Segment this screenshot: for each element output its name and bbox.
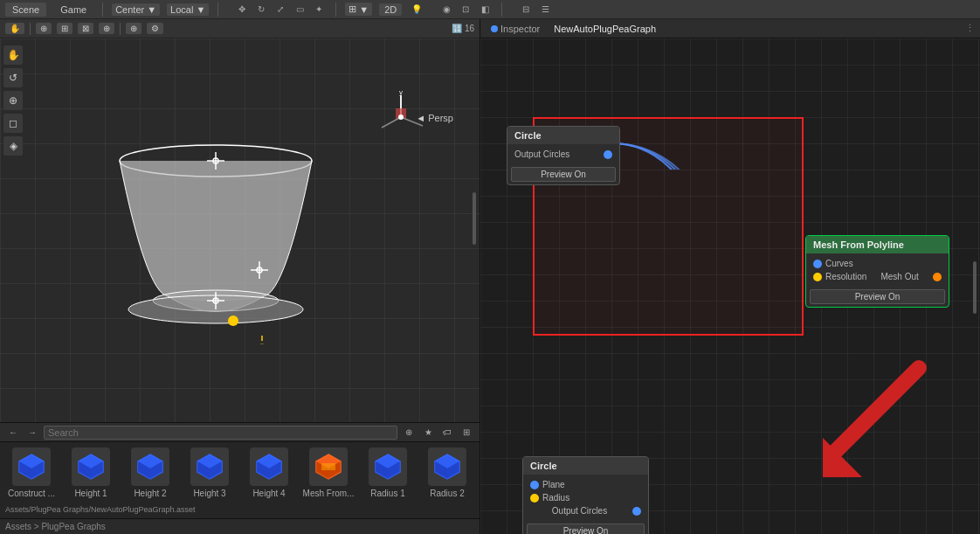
scene-tab[interactable]: Scene (5, 3, 46, 17)
asset-label: Height 2 (134, 489, 166, 498)
plane-row: Plane (530, 478, 641, 491)
fly-tool-icon[interactable]: ◈ (3, 136, 23, 156)
asset-grid-icon[interactable]: ⊞ (459, 425, 474, 440)
output-circles-bottom-port[interactable] (632, 507, 641, 516)
inspector-dot (491, 25, 498, 32)
hand-tool-icon[interactable]: ✋ (3, 45, 23, 65)
output-circles-port[interactable] (604, 150, 612, 159)
resolution-row: Resolution Mesh Out (813, 270, 942, 283)
snap-tool4[interactable]: ⊕ (99, 23, 114, 34)
transform-icons: ✥ ↻ ⤢ ▭ ✦ (234, 2, 327, 17)
asset-item[interactable]: Height 4 (243, 447, 295, 498)
game-tab[interactable]: Game (53, 3, 93, 17)
render-icon2[interactable]: ⊡ (458, 2, 473, 17)
curves-port[interactable] (813, 260, 822, 268)
rotate-icon[interactable]: ↻ (253, 2, 269, 17)
render-icons: ◉ ⊡ ◧ (438, 2, 493, 17)
asset-label: Height 1 (74, 489, 107, 498)
asset-search-input[interactable] (44, 426, 397, 440)
asset-label: Radius 1 (370, 489, 404, 498)
snap-tool3[interactable]: ⊠ (78, 23, 93, 34)
output-circles-row: Output Circles (514, 148, 612, 161)
select-tool-icon[interactable]: ◻ (3, 114, 23, 133)
center-dropdown[interactable]: Center ▼ (112, 3, 160, 16)
layer-count: 🔢 16 (452, 24, 474, 33)
asset-tag-icon[interactable]: 🏷 (439, 425, 455, 440)
circle-top-node[interactable]: Circle Output Circles Preview On (507, 126, 620, 185)
asset-label: Height 4 (252, 489, 285, 498)
asset-item[interactable]: Height 1 (65, 447, 117, 498)
asset-star-icon[interactable]: ★ (420, 425, 436, 440)
asset-icon (131, 447, 169, 486)
asset-item[interactable]: Construct ... (5, 447, 58, 498)
asset-icon (250, 447, 288, 486)
local-dropdown[interactable]: Local ▼ (167, 3, 209, 16)
circle-top-body: Output Circles (507, 144, 619, 164)
circle-bottom-node[interactable]: Circle Plane Radius Output Circles (522, 456, 649, 534)
3d-object (93, 117, 338, 344)
asset-item[interactable]: Radius 2 (421, 447, 473, 498)
breadcrumb-bar: Assets > PlugPea Graphs (0, 518, 480, 534)
asset-label: Construct ... (8, 489, 55, 498)
radius-port[interactable] (530, 494, 539, 503)
scale-icon[interactable]: ⤢ (273, 2, 288, 17)
scene-viewport[interactable]: ✋ ↺ ⊕ ◻ ◈ (0, 38, 480, 422)
asset-bar: ← → ⊕ ★ 🏷 ⊞ Constr (0, 422, 480, 518)
mesh-out-port[interactable] (933, 273, 942, 281)
all-icon[interactable]: ✦ (311, 2, 327, 17)
render-icon3[interactable]: ◧ (477, 2, 493, 17)
folder-back-icon[interactable]: ← (5, 425, 21, 440)
node-graph[interactable]: Circle Output Circles Preview On Mesh Fr… (480, 38, 980, 534)
svg-line-22 (382, 117, 401, 128)
mesh-from-polyline-preview-btn[interactable]: Preview On (810, 289, 945, 304)
inspector-tab[interactable]: Inspector (486, 22, 545, 36)
graph-tab[interactable]: NewAutoPlugPeaGraph (549, 22, 661, 36)
graph-scroll[interactable] (973, 261, 977, 314)
output-circles-bottom-row: Output Circles (530, 504, 641, 517)
snap-tool2[interactable]: ⊞ (57, 23, 72, 34)
scroll-indicator[interactable] (473, 192, 476, 245)
right-panel: Inspector NewAutoPlugPeaGraph ⋮ (480, 19, 980, 534)
asset-items: Construct ... Height 1 (0, 442, 480, 503)
sep1 (102, 3, 103, 17)
zoom-tool-icon[interactable]: ⊕ (3, 91, 23, 110)
sep2 (217, 3, 218, 17)
move-icon[interactable]: ✥ (234, 2, 250, 17)
folder-forward-icon[interactable]: → (24, 425, 40, 440)
asset-item[interactable]: Mesh From... (302, 447, 355, 498)
mesh-from-polyline-node[interactable]: Mesh From Polyline Curves Resolution Mes… (805, 235, 949, 308)
asset-item[interactable]: Radius 1 (362, 447, 414, 498)
more-icons: ⊟ ☰ (518, 2, 553, 17)
asset-filter-icon[interactable]: ⊕ (401, 425, 417, 440)
plane-port[interactable] (530, 481, 539, 489)
menu-icon[interactable]: ☰ (537, 2, 553, 17)
vfx-btn[interactable]: ⚙ (147, 23, 163, 34)
asset-item[interactable]: Height 2 (124, 447, 176, 498)
hand-tool[interactable]: ✋ (5, 23, 24, 34)
snap-tool[interactable]: ⊕ (36, 23, 52, 34)
render-icon1[interactable]: ◉ (438, 2, 454, 17)
resolution-port[interactable] (813, 273, 822, 281)
light-icon[interactable]: 💡 (409, 2, 424, 17)
circle-top-preview-btn[interactable]: Preview On (511, 167, 616, 182)
asset-label: Mesh From... (303, 489, 355, 498)
asset-icon (428, 447, 466, 486)
circle-top-header: Circle (507, 127, 619, 144)
asset-icon (190, 447, 229, 486)
mesh-from-polyline-body: Curves Resolution Mesh Out (806, 253, 949, 287)
curves-row: Curves (813, 257, 942, 270)
grid-dropdown[interactable]: ⊞ ▼ (345, 3, 372, 16)
rect-icon[interactable]: ▭ (292, 2, 307, 17)
left-panel: ✋ ⊕ ⊞ ⊠ ⊕ ⊕ ⚙ 🔢 16 ✋ ↺ (0, 19, 480, 534)
circle-bottom-preview-btn[interactable]: Preview On (527, 524, 645, 534)
asset-label: Radius 2 (430, 489, 464, 498)
asset-icon (309, 447, 348, 486)
2d-btn[interactable]: 2D (379, 3, 402, 16)
asset-label: Height 3 (193, 489, 225, 498)
sep4 (501, 3, 502, 17)
more-btn[interactable]: ⋮ (965, 23, 975, 34)
orbit-tool-icon[interactable]: ↺ (3, 68, 23, 87)
snap-setting[interactable]: ⊕ (126, 23, 141, 34)
layout-icon[interactable]: ⊟ (518, 2, 534, 17)
asset-item[interactable]: Height 3 (183, 447, 236, 498)
